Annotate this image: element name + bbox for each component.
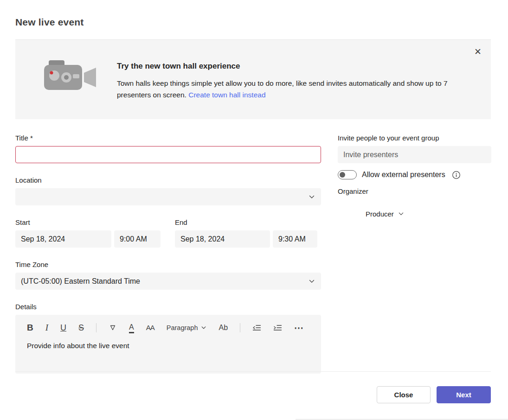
location-dropdown[interactable] [15, 188, 321, 205]
create-town-hall-link[interactable]: Create town hall instead [188, 91, 265, 99]
end-time-field[interactable]: 9:30 AM [273, 230, 317, 248]
external-presenters-label: Allow external presenters [362, 171, 445, 179]
town-hall-banner: Try the new town hall experience Town ha… [15, 39, 491, 119]
allow-external-presenters-toggle[interactable] [338, 170, 357, 179]
invite-section-label: Invite people to your event group [338, 134, 491, 142]
timezone-dropdown[interactable]: (UTC-05:00) Eastern Standard Time [15, 273, 321, 290]
banner-body-text: Town halls keep things simple yet allow … [117, 79, 448, 99]
more-options-icon[interactable]: ⋯ [294, 323, 304, 332]
italic-button[interactable]: I [45, 323, 48, 332]
end-date-field[interactable]: Sep 18, 2024 [175, 230, 270, 248]
timezone-label: Time Zone [15, 261, 321, 268]
details-placeholder: Provide info about the live event [27, 342, 321, 350]
banner-title: Try the new town hall experience [117, 62, 474, 71]
next-button[interactable]: Next [437, 386, 491, 403]
details-editor[interactable]: B I U S A AA Paragraph Ab [15, 315, 321, 374]
chevron-down-icon [309, 194, 315, 200]
chevron-down-icon [309, 278, 315, 285]
event-form: Title * Location Start Sep 18, 2024 9:00… [15, 134, 321, 374]
title-label: Title * [15, 134, 321, 142]
strikethrough-button[interactable]: S [78, 323, 84, 332]
outdent-icon[interactable] [252, 324, 261, 331]
organizer-role-value: Producer [366, 210, 394, 218]
chevron-down-icon [398, 211, 404, 217]
location-label: Location [15, 176, 321, 184]
close-icon[interactable]: ✕ [472, 46, 483, 57]
end-group: End Sep 18, 2024 9:30 AM [175, 218, 317, 248]
title-input[interactable] [15, 146, 321, 163]
end-label: End [175, 218, 317, 226]
highlight-icon[interactable] [109, 324, 117, 332]
toolbar-divider [96, 323, 96, 332]
timezone-value: (UTC-05:00) Eastern Standard Time [21, 277, 140, 286]
video-camera-icon [44, 60, 97, 96]
formatting-toolbar: B I U S A AA Paragraph Ab [27, 322, 321, 334]
clear-formatting-button[interactable]: Ab [219, 323, 228, 332]
paragraph-style-dropdown[interactable]: Paragraph [167, 324, 207, 331]
underline-button[interactable]: U [60, 323, 66, 332]
banner-body: Town halls keep things simple yet allow … [117, 78, 474, 101]
details-label: Details [15, 303, 321, 311]
organizer-label: Organizer [338, 187, 491, 195]
external-presenters-row: Allow external presenters [338, 170, 491, 179]
start-group: Start Sep 18, 2024 9:00 AM [15, 218, 161, 248]
info-icon[interactable] [452, 171, 461, 179]
indent-icon[interactable] [273, 324, 282, 331]
start-label: Start [15, 218, 161, 226]
toggle-knob [340, 172, 345, 178]
paragraph-style-label: Paragraph [167, 324, 198, 331]
start-time-field[interactable]: 9:00 AM [114, 230, 161, 248]
window-edge [296, 419, 508, 420]
font-size-button[interactable]: AA [146, 323, 154, 332]
start-date-field[interactable]: Sep 18, 2024 [15, 230, 111, 248]
toolbar-divider [240, 323, 240, 332]
new-live-event-dialog: New live event Try the new town hall exp… [0, 0, 508, 420]
banner-text: Try the new town hall experience Town ha… [117, 62, 474, 101]
organizer-role-dropdown[interactable]: Producer [366, 210, 404, 218]
invite-panel: Invite people to your event group Allow … [338, 134, 491, 218]
footer-divider [15, 371, 491, 372]
page-title: New live event [15, 17, 84, 28]
bold-button[interactable]: B [27, 323, 33, 332]
close-button[interactable]: Close [377, 386, 431, 403]
chevron-down-icon [201, 325, 206, 331]
invite-presenters-input[interactable] [338, 146, 491, 163]
font-color-button[interactable]: A [129, 323, 134, 333]
